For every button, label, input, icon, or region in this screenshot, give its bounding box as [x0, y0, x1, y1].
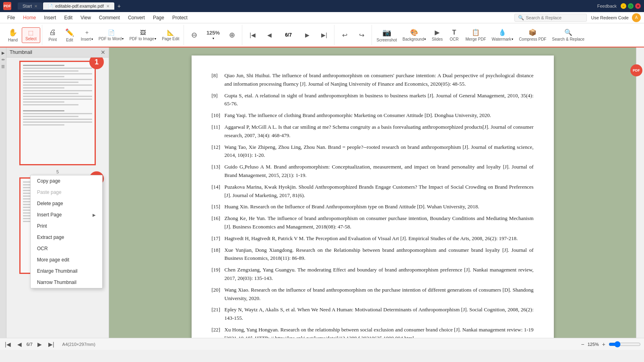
- tab-pdf[interactable]: 📄 editable-pdf.example.pdf ✕: [43, 2, 114, 10]
- ctx-delete-page[interactable]: Delete page: [31, 198, 102, 209]
- pdf-content-area[interactable]: [8] Qiao Jun, Shi Huihui. The influence …: [109, 47, 636, 338]
- pdf-to-image-label: PDF to Image: [129, 37, 154, 41]
- ref-num: [16]: [212, 214, 223, 231]
- merge-pdf-button[interactable]: 📋 Merge PDF: [463, 27, 488, 43]
- redo-button[interactable]: ↪: [354, 30, 370, 41]
- title-tabs: Start ✕ 📄 editable-pdf.example.pdf ✕ +: [18, 2, 123, 10]
- compress-pdf-button[interactable]: 📦 Compress PDF: [516, 27, 549, 43]
- insert-button[interactable]: ＋ Insert ▾: [78, 27, 95, 43]
- zoom-in-button[interactable]: ⊕: [224, 29, 240, 41]
- ctx-ocr[interactable]: OCR: [31, 243, 102, 254]
- page-edit-icon: 📐: [167, 29, 174, 36]
- page-edit-button[interactable]: 📐 Page Edit: [159, 28, 182, 43]
- pdf-to-word-button[interactable]: 📄 PDF to Word ▾: [96, 28, 126, 43]
- redeem-button[interactable]: Use Redeem Code: [591, 15, 629, 20]
- minimize-button[interactable]: −: [621, 3, 626, 9]
- main-layout: ▶ ✏ ☰ Thumbnail ✕: [0, 47, 644, 338]
- first-page-button[interactable]: |◀: [245, 30, 261, 40]
- tab-start-close[interactable]: ✕: [34, 4, 37, 8]
- ref-text: Puzakova Marina, Kwak Hyokjin. Should An…: [225, 183, 534, 200]
- watermark-button[interactable]: 💧 Watermark ▾: [489, 27, 516, 43]
- screenshot-label: Screenshot: [377, 38, 397, 42]
- tab-pdf-close[interactable]: ✕: [106, 4, 109, 8]
- zoom-slider[interactable]: [609, 341, 641, 348]
- new-tab-button[interactable]: +: [115, 2, 123, 10]
- menu-edit[interactable]: Edit: [60, 13, 76, 22]
- bottom-prev-page-button[interactable]: ◀: [16, 340, 23, 348]
- bottom-page-size: A4(210×297mm): [62, 342, 95, 347]
- menu-convert[interactable]: Convert: [124, 13, 149, 22]
- feedback-button[interactable]: Feedback: [597, 4, 617, 8]
- pdf-page: [8] Qiao Jun, Shi Huihui. The influence …: [192, 56, 554, 338]
- menu-file[interactable]: File: [3, 13, 19, 22]
- menu-page[interactable]: Page: [149, 13, 168, 22]
- bottom-first-page-button[interactable]: |◀: [3, 340, 12, 348]
- ref-num: [19]: [212, 266, 223, 283]
- last-page-button[interactable]: ▶|: [316, 30, 332, 40]
- ref-text: Qiao Jun, Shi Huihui. The influence of b…: [225, 72, 534, 88]
- ctx-copy-page[interactable]: Copy page: [31, 175, 102, 187]
- search-input[interactable]: [526, 15, 583, 20]
- search-replace-button[interactable]: 🔍 Search & Replace: [549, 27, 587, 43]
- tab-start[interactable]: Start ✕: [18, 2, 42, 10]
- menu-search-box[interactable]: 🔍: [514, 14, 587, 22]
- menu-view[interactable]: View: [76, 13, 95, 22]
- sidebar-icon-1[interactable]: ▶: [1, 51, 5, 55]
- bottom-zoom-out-button[interactable]: −: [579, 340, 586, 348]
- undo-button[interactable]: ↩: [337, 30, 353, 41]
- ref-text: Zhong Ke, He Yun. The influence of brand…: [225, 214, 534, 231]
- hand-tool-button[interactable]: ✋ Hand: [5, 27, 21, 44]
- next-page-button[interactable]: ▶: [299, 30, 316, 40]
- maximize-button[interactable]: □: [628, 3, 634, 9]
- thumb-line: [23, 110, 64, 111]
- thumb-page-1-content: [21, 62, 95, 164]
- thumbnail-page-1[interactable]: 1: [19, 61, 96, 165]
- watermark-arrow-icon: ▾: [512, 37, 513, 41]
- sidebar-icon-2[interactable]: ✏: [2, 58, 5, 62]
- ocr-button[interactable]: T OCR: [446, 27, 462, 43]
- ref-num: [13]: [212, 163, 223, 180]
- print-button[interactable]: 🖨 Print: [45, 27, 61, 43]
- pdf-to-image-icon: 🖼: [140, 29, 146, 36]
- menu-insert[interactable]: Insert: [40, 13, 60, 22]
- ref-item-8: [8] Qiao Jun, Shi Huihui. The influence …: [212, 72, 534, 88]
- ref-num: [8]: [212, 72, 223, 88]
- ctx-paste-page: Paste page: [31, 187, 102, 198]
- thumb-line: [23, 82, 78, 83]
- select-tool-button[interactable]: ⬚ Select: [22, 27, 40, 43]
- edit-button[interactable]: ✏️ Edit: [62, 27, 78, 44]
- ocr-icon: T: [452, 29, 456, 36]
- ctx-extract-page[interactable]: Extract page: [31, 232, 102, 243]
- ctx-narrow-thumbnail[interactable]: Narrow Thumbnail: [31, 277, 102, 288]
- ref-item-10: [10] Fang Yaqi. The influence of clothin…: [212, 111, 534, 120]
- ctx-print[interactable]: Print: [31, 220, 102, 232]
- thumb-page-num-5: 5: [56, 169, 59, 174]
- user-avatar: A: [632, 13, 641, 22]
- pdf-to-image-arrow-icon: ▾: [155, 37, 156, 41]
- bottom-zoom-in-button[interactable]: +: [601, 340, 607, 348]
- menu-home[interactable]: Home: [19, 13, 40, 22]
- toolbar: ✋ Hand ⬚ Select 🖨 Print ✏️ Edit ＋ Insert…: [0, 23, 644, 47]
- ctx-enlarge-thumbnail[interactable]: Enlarge Thumbnail: [31, 265, 102, 277]
- zoom-level-button[interactable]: 125% ▾: [203, 28, 223, 42]
- prev-page-button[interactable]: ◀: [262, 30, 278, 40]
- ref-num: [11]: [212, 123, 223, 140]
- pdf-to-image-button[interactable]: 🖼 PDF to Image ▾: [127, 28, 159, 43]
- ctx-insert-page[interactable]: Insert Page ▶: [31, 209, 102, 220]
- ref-text: Aggarwal P, McGill A L. Is that car smil…: [225, 123, 534, 140]
- bottom-next-page-button[interactable]: ▶: [36, 340, 43, 348]
- thumbnail-close-button[interactable]: ✕: [101, 49, 105, 56]
- bottom-last-page-button[interactable]: ▶|: [47, 340, 56, 348]
- ref-item-20: [20] Wang Xiao. Research on the influenc…: [212, 286, 534, 303]
- watermark-icon: 💧: [498, 29, 506, 36]
- close-button[interactable]: ✕: [635, 3, 641, 9]
- background-icon: 🎨: [410, 29, 418, 36]
- background-button[interactable]: 🎨 Background ▾: [400, 27, 428, 43]
- zoom-out-button[interactable]: ⊖: [186, 29, 202, 41]
- slides-button[interactable]: ▶ Slides: [429, 27, 445, 43]
- ctx-more-page-edit[interactable]: More page edit: [31, 254, 102, 265]
- sidebar-icon-3[interactable]: ☰: [1, 64, 5, 69]
- menu-protect[interactable]: Protect: [168, 13, 192, 22]
- screenshot-button[interactable]: 📷 Screenshot: [374, 27, 400, 44]
- menu-comment[interactable]: Comment: [95, 13, 124, 22]
